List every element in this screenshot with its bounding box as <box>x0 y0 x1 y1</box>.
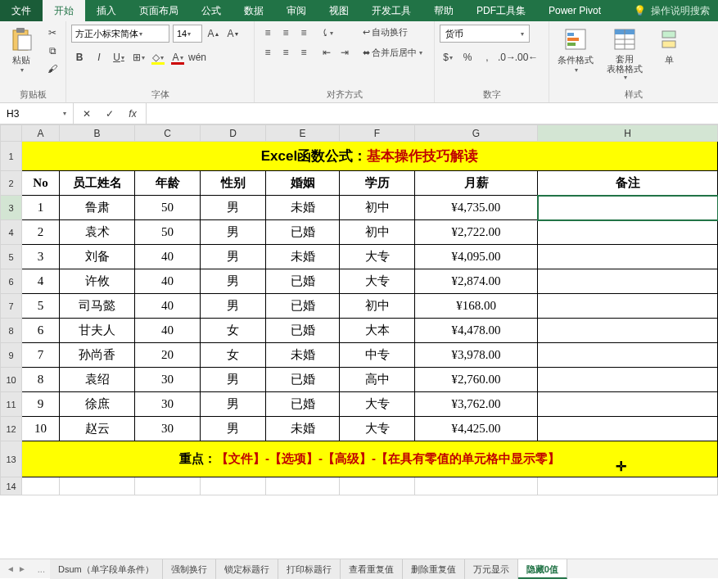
cell-F11[interactable]: 大专 <box>340 392 415 417</box>
bold-button[interactable]: B <box>71 49 88 66</box>
align-center-button[interactable]: ≡ <box>278 44 294 61</box>
col-head-F[interactable]: F <box>340 125 415 142</box>
tab-powerpivot[interactable]: Power Pivot <box>537 0 612 21</box>
cell-A8[interactable]: 6 <box>22 319 60 343</box>
sheet-grid[interactable]: ABCDEFGH1Excel函数公式：基本操作技巧解读2No员工姓名年龄性别婚姻… <box>0 124 718 559</box>
row-head-2[interactable]: 2 <box>1 171 22 196</box>
col-head-E[interactable]: E <box>266 125 340 142</box>
col-head-D[interactable]: D <box>201 125 266 142</box>
cell-A4[interactable]: 2 <box>22 220 60 245</box>
row-head-5[interactable]: 5 <box>1 245 22 269</box>
cell-C3[interactable]: 50 <box>135 196 201 220</box>
cell-D4[interactable]: 男 <box>201 220 266 245</box>
row-head-14[interactable]: 14 <box>1 477 22 495</box>
cell-B10[interactable]: 袁绍 <box>60 368 135 392</box>
cell-H6[interactable] <box>538 269 718 294</box>
cell-H11[interactable] <box>538 392 718 417</box>
wrap-text-button[interactable]: ↩自动换行 <box>359 25 426 40</box>
cell-B5[interactable]: 刘备 <box>60 245 135 269</box>
cell-E14[interactable] <box>266 477 340 495</box>
decrease-decimal-button[interactable]: .00← <box>518 49 535 66</box>
cell-D3[interactable]: 男 <box>201 196 266 220</box>
cell-B6[interactable]: 许攸 <box>60 269 135 294</box>
tab-view[interactable]: 视图 <box>318 0 360 21</box>
cell-D10[interactable]: 男 <box>201 368 266 392</box>
cell-E9[interactable]: 未婚 <box>266 343 340 368</box>
sheet-tab-1[interactable]: 强制换行 <box>163 559 216 579</box>
cell-E7[interactable]: 已婚 <box>266 294 340 319</box>
border-button[interactable]: ⊞▾ <box>130 49 147 66</box>
cell-E10[interactable]: 已婚 <box>266 368 340 392</box>
increase-font-button[interactable]: A▲ <box>205 25 222 42</box>
header-3[interactable]: 性别 <box>201 171 266 196</box>
header-1[interactable]: 员工姓名 <box>60 171 135 196</box>
cell-D8[interactable]: 女 <box>201 319 266 343</box>
phonetic-button[interactable]: wén <box>189 49 205 66</box>
tab-pdf[interactable]: PDF工具集 <box>465 0 537 21</box>
cell-A6[interactable]: 4 <box>22 269 60 294</box>
cell-B4[interactable]: 袁术 <box>60 220 135 245</box>
tab-help[interactable]: 帮助 <box>422 0 465 21</box>
cell-A3[interactable]: 1 <box>22 196 60 220</box>
cell-C5[interactable]: 40 <box>135 245 201 269</box>
percent-button[interactable]: % <box>459 49 476 66</box>
cell-G4[interactable]: ¥2,722.00 <box>415 220 538 245</box>
cell-A14[interactable] <box>22 477 60 495</box>
cell-E5[interactable]: 未婚 <box>266 245 340 269</box>
decrease-indent-button[interactable]: ⇤ <box>318 44 335 61</box>
cell-B14[interactable] <box>60 477 135 495</box>
cell-F10[interactable]: 高中 <box>340 368 415 392</box>
cell-D6[interactable]: 男 <box>201 269 266 294</box>
cell-D14[interactable] <box>201 477 266 495</box>
cell-B11[interactable]: 徐庶 <box>60 392 135 417</box>
cancel-formula-button[interactable]: ✕ <box>79 106 95 122</box>
cell-E11[interactable]: 已婚 <box>266 392 340 417</box>
row-head-10[interactable]: 10 <box>1 368 22 392</box>
cell-E4[interactable]: 已婚 <box>266 220 340 245</box>
header-6[interactable]: 月薪 <box>415 171 538 196</box>
cell-G14[interactable] <box>415 477 538 495</box>
row-head-12[interactable]: 12 <box>1 417 22 441</box>
merge-center-button[interactable]: ⬌合并后居中▾ <box>359 45 426 61</box>
tab-file[interactable]: 文件 <box>0 0 43 21</box>
cell-H8[interactable] <box>538 319 718 343</box>
sheet-tab-0[interactable]: Dsum（单字段单条件） <box>50 559 163 579</box>
tab-layout[interactable]: 页面布局 <box>128 0 190 21</box>
cell-E8[interactable]: 已婚 <box>266 319 340 343</box>
row-head-11[interactable]: 11 <box>1 392 22 417</box>
title-cell[interactable]: Excel函数公式：基本操作技巧解读 <box>22 142 718 171</box>
cell-A9[interactable]: 7 <box>22 343 60 368</box>
cell-H12[interactable] <box>538 417 718 441</box>
sheet-tab-3[interactable]: 打印标题行 <box>278 559 341 579</box>
header-0[interactable]: No <box>22 171 60 196</box>
copy-button[interactable]: ⧉ <box>44 43 61 59</box>
tab-nav[interactable]: ◄► <box>0 564 33 573</box>
tab-dev[interactable]: 开发工具 <box>360 0 422 21</box>
cell-F12[interactable]: 大专 <box>340 417 415 441</box>
cell-H4[interactable] <box>538 220 718 245</box>
footnote-cell[interactable]: 重点：【文件】-【选项】-【高级】-【在具有零值的单元格中显示零】 <box>22 441 718 477</box>
cell-C11[interactable]: 30 <box>135 392 201 417</box>
cell-D9[interactable]: 女 <box>201 343 266 368</box>
cell-B12[interactable]: 赵云 <box>60 417 135 441</box>
cell-B3[interactable]: 鲁肃 <box>60 196 135 220</box>
cell-C9[interactable]: 20 <box>135 343 201 368</box>
cell-F8[interactable]: 大本 <box>340 319 415 343</box>
format-as-table-button[interactable]: 套用 表格格式▾ <box>603 25 646 83</box>
cell-F5[interactable]: 大专 <box>340 245 415 269</box>
cell-H14[interactable] <box>538 477 718 495</box>
cell-D5[interactable]: 男 <box>201 245 266 269</box>
cell-G10[interactable]: ¥2,760.00 <box>415 368 538 392</box>
align-bottom-button[interactable]: ≡ <box>296 25 312 41</box>
cell-G12[interactable]: ¥4,425.00 <box>415 417 538 441</box>
cell-G6[interactable]: ¥2,874.00 <box>415 269 538 294</box>
cell-G5[interactable]: ¥4,095.00 <box>415 245 538 269</box>
sheet-tab-7[interactable]: 隐藏0值 <box>518 559 567 579</box>
cell-D12[interactable]: 男 <box>201 417 266 441</box>
cell-F9[interactable]: 中专 <box>340 343 415 368</box>
cell-H7[interactable] <box>538 294 718 319</box>
cell-A7[interactable]: 5 <box>22 294 60 319</box>
cell-F7[interactable]: 初中 <box>340 294 415 319</box>
cell-F3[interactable]: 初中 <box>340 196 415 220</box>
row-head-6[interactable]: 6 <box>1 269 22 294</box>
